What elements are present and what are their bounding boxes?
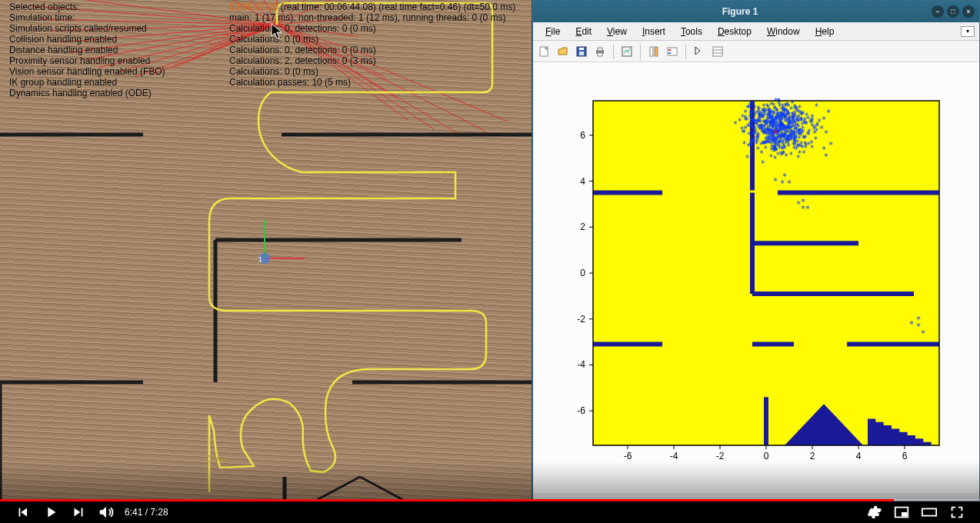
status-simtime-rest: (real time: 00:06:44.08) (real time fact… (281, 2, 515, 12)
time-display: 6:41 / 7:28 (125, 507, 168, 518)
svg-text:1: 1 (258, 255, 262, 263)
svg-rect-729 (922, 508, 936, 515)
status-scripts-val: main: 1 (17 ms), non-threaded: 1 (12 ms)… (229, 12, 515, 23)
miniplayer-button[interactable] (888, 501, 915, 523)
svg-text:*: * (784, 125, 788, 134)
svg-line-40 (314, 477, 360, 501)
svg-text:0: 0 (764, 451, 769, 461)
svg-rect-48 (579, 52, 584, 55)
toolbar-separator (640, 44, 641, 59)
svg-text:-6: -6 (624, 451, 632, 461)
svg-text:*: * (781, 150, 785, 158)
status-dynamics: Dynamics handling enabled (ODE) (9, 88, 165, 98)
svg-text:*: * (733, 120, 738, 128)
link-axes-icon[interactable] (618, 43, 635, 60)
svg-text:4: 4 (856, 451, 862, 461)
svg-text:*: * (909, 319, 915, 329)
menu-view[interactable]: View (599, 25, 635, 38)
new-figure-icon[interactable] (536, 43, 553, 60)
menu-desktop[interactable]: Desktop (710, 25, 759, 38)
svg-rect-52 (598, 53, 602, 56)
svg-text:*: * (772, 155, 777, 163)
window-minimize-button[interactable]: − (932, 5, 944, 18)
svg-text:6: 6 (580, 130, 585, 141)
status-dynamics-val: Calculation passes: 10 (5 ms) (229, 77, 515, 88)
print-icon[interactable] (592, 43, 608, 60)
svg-text:*: * (765, 128, 769, 136)
curve-label: Curve (205, 454, 229, 465)
next-button[interactable] (65, 501, 92, 523)
svg-text:*: * (795, 145, 799, 154)
svg-rect-58 (668, 52, 671, 54)
svg-text:*: * (794, 134, 798, 142)
open-icon[interactable] (555, 43, 572, 60)
svg-line-41 (360, 477, 406, 501)
status-ik-val: Calculations: 0 (0 ms) (229, 66, 515, 77)
property-inspector-icon[interactable] (709, 43, 726, 60)
svg-text:*: * (750, 98, 755, 108)
simulation-status-overlay: Selected objects: Simulation time: Simul… (9, 2, 165, 98)
svg-text:*: * (745, 154, 749, 162)
menu-file[interactable]: File (538, 25, 568, 38)
status-scripts: Simulation scripts called/resumed (9, 23, 165, 34)
svg-rect-57 (668, 49, 671, 51)
svg-text:2: 2 (810, 451, 815, 461)
svg-text:-6: -6 (577, 405, 585, 416)
svg-text:*: * (826, 108, 832, 118)
figure-menubar: File Edit View Insert Tools Desktop Wind… (533, 22, 979, 41)
menu-insert[interactable]: Insert (635, 25, 673, 38)
play-button[interactable] (37, 501, 65, 523)
status-proximity: Proximity sensor handling enabled (9, 55, 165, 66)
window-close-button[interactable]: × (962, 5, 975, 18)
svg-text:*: * (761, 159, 765, 168)
svg-text:*: * (824, 128, 829, 138)
figure-axes[interactable]: ****************************************… (533, 62, 979, 493)
svg-text:*: * (800, 111, 805, 119)
svg-text:4: 4 (580, 176, 585, 187)
figure-titlebar[interactable]: Figure 1 − □ × (533, 1, 979, 22)
svg-text:*: * (824, 152, 829, 162)
svg-rect-59 (713, 47, 722, 56)
figure-toolbar (533, 41, 979, 62)
window-maximize-button[interactable]: □ (947, 5, 959, 18)
menu-more-dropdown[interactable]: ▾ (961, 26, 975, 37)
svg-text:2: 2 (580, 222, 585, 232)
svg-rect-49 (579, 48, 584, 50)
svg-text:*: * (798, 127, 803, 135)
legend-icon[interactable] (664, 43, 681, 60)
status-proximity-val: Calculations: 0, detections: 0 (0 ms) (229, 45, 515, 55)
svg-rect-54 (650, 47, 653, 56)
figure-title: Figure 1 (548, 6, 932, 17)
svg-text:*: * (748, 141, 753, 149)
edit-plot-icon[interactable] (691, 43, 708, 60)
svg-text:*: * (772, 102, 776, 110)
svg-text:-2: -2 (577, 314, 585, 325)
svg-text:*: * (793, 122, 798, 131)
fullscreen-button[interactable] (943, 501, 971, 523)
toolbar-separator (685, 44, 686, 59)
svg-text:*: * (755, 137, 760, 145)
previous-button[interactable] (9, 501, 37, 523)
colorbar-icon[interactable] (645, 43, 662, 60)
settings-button[interactable] (860, 501, 888, 523)
status-selected: Selected objects: (9, 2, 165, 12)
svg-rect-55 (655, 47, 658, 56)
menu-window[interactable]: Window (759, 25, 808, 38)
theater-button[interactable] (915, 501, 943, 523)
svg-text:*: * (762, 140, 766, 148)
player-controls: 6:41 / 7:28 (0, 501, 980, 523)
svg-text:*: * (748, 119, 753, 129)
save-icon[interactable] (573, 43, 590, 60)
svg-text:6: 6 (902, 451, 908, 461)
volume-button[interactable] (92, 501, 120, 523)
svg-rect-728 (902, 512, 907, 517)
status-simtime: Simulation time: (9, 12, 165, 23)
menu-tools[interactable]: Tools (673, 25, 710, 38)
menu-edit[interactable]: Edit (568, 25, 599, 38)
simulation-viewport[interactable]: 1 Selected objects: Simulation time: Sim… (0, 0, 532, 501)
svg-text:*: * (754, 121, 758, 129)
svg-text:*: * (768, 118, 772, 127)
svg-text:-4: -4 (670, 451, 678, 461)
svg-text:*: * (759, 149, 764, 158)
menu-help[interactable]: Help (808, 25, 842, 38)
